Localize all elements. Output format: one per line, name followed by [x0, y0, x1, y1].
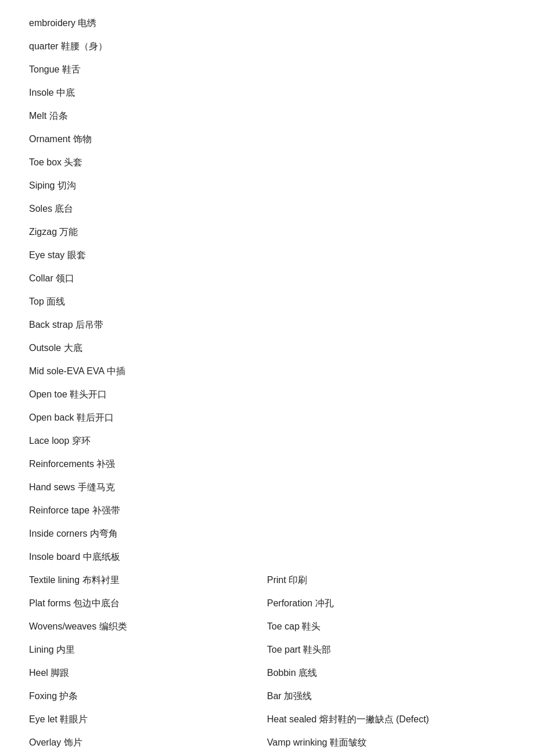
- list-item: Insole 中底: [29, 81, 505, 104]
- term-text: Textile lining 布料衬里: [29, 575, 120, 585]
- list-item: Lace loop 穿环: [29, 429, 505, 453]
- term-text: Outsole 大底: [29, 343, 82, 353]
- list-item: Heat sealed 熔封鞋的一撇缺点 (Defect): [267, 708, 505, 731]
- term-text: Tongue 鞋舌: [29, 64, 81, 74]
- list-item: Outsole 大底: [29, 337, 505, 360]
- term-text: Siping 切沟: [29, 180, 76, 190]
- list-item: Bar 加强线: [267, 685, 505, 708]
- list-item: embroidery 电绣: [29, 12, 505, 35]
- list-item: Heel 脚跟: [29, 661, 267, 685]
- term-text: Eye let 鞋眼片: [29, 714, 88, 724]
- list-item: Ornament 饰物: [29, 128, 505, 151]
- term-text: Top 面线: [29, 296, 65, 306]
- list-item: Top 面线: [29, 290, 505, 313]
- list-item: quarter 鞋腰（身）: [29, 35, 505, 58]
- list-item: Eye let 鞋眼片: [29, 708, 267, 731]
- term-text: Insole board 中底纸板: [29, 552, 120, 562]
- single-column-section: embroidery 电绣quarter 鞋腰（身）Tongue 鞋舌Insol…: [29, 12, 505, 569]
- list-item: Reinforcements 补强: [29, 453, 505, 476]
- term-text: Inside corners 内弯角: [29, 529, 118, 538]
- term-text: Back strap 后吊带: [29, 320, 103, 330]
- list-item: Reinforce tape 补强带: [29, 499, 505, 522]
- term-text: Zigzag 万能: [29, 227, 78, 237]
- list-item: Toe box 头套: [29, 151, 505, 174]
- list-item: Open back 鞋后开口: [29, 406, 505, 429]
- term-text: Wovens/weaves 编织类: [29, 621, 127, 631]
- term-text: Open back 鞋后开口: [29, 413, 114, 422]
- term-text: Bar 加强线: [267, 691, 312, 701]
- list-item: Zigzag 万能: [29, 220, 505, 244]
- term-text: Reinforcements 补强: [29, 459, 116, 469]
- list-item: Vamp wrinking 鞋面皱纹: [267, 731, 505, 754]
- term-text: Print 印刷: [267, 575, 307, 585]
- list-item: Toe cap 鞋头: [267, 615, 505, 638]
- list-item: Plat forms 包边中底台: [29, 592, 267, 615]
- list-item: Print 印刷: [267, 569, 505, 592]
- term-text: Ornament 饰物: [29, 134, 92, 144]
- two-col-left: Textile lining 布料衬里Plat forms 包边中底台Woven…: [29, 569, 267, 754]
- list-item: Mid sole-EVA EVA 中插: [29, 360, 505, 383]
- list-item: Inside corners 内弯角: [29, 522, 505, 545]
- term-text: Toe cap 鞋头: [267, 621, 320, 631]
- term-text: Collar 领口: [29, 273, 74, 283]
- term-text: Reinforce tape 补强带: [29, 505, 120, 515]
- list-item: Tongue 鞋舌: [29, 58, 505, 81]
- term-text: Plat forms 包边中底台: [29, 598, 120, 608]
- list-item: Siping 切沟: [29, 174, 505, 197]
- term-text: Foxing 护条: [29, 691, 78, 701]
- list-item: Back strap 后吊带: [29, 313, 505, 337]
- term-text: quarter 鞋腰（身）: [29, 41, 107, 51]
- term-text: Hand sews 手缝马克: [29, 482, 115, 492]
- list-item: Wovens/weaves 编织类: [29, 615, 267, 638]
- term-text: Heel 脚跟: [29, 668, 69, 678]
- list-item: Toe part 鞋头部: [267, 638, 505, 661]
- list-item: Soles 底台: [29, 197, 505, 220]
- term-text: Heat sealed 熔封鞋的一撇缺点 (Defect): [267, 714, 429, 724]
- term-text: Perforation 冲孔: [267, 598, 334, 608]
- term-text: Insole 中底: [29, 88, 75, 97]
- term-text: Overlay 饰片: [29, 737, 82, 747]
- term-text: Lining 内里: [29, 645, 75, 654]
- term-text: Lace loop 穿环: [29, 436, 91, 446]
- term-text: Open toe 鞋头开口: [29, 389, 107, 399]
- list-item: Lining 内里: [29, 638, 267, 661]
- list-item: Bobbin 底线: [267, 661, 505, 685]
- term-text: Melt 沿条: [29, 111, 68, 121]
- list-item: Eye stay 眼套: [29, 244, 505, 267]
- term-text: Soles 底台: [29, 204, 73, 214]
- list-item: Overlay 饰片: [29, 731, 267, 754]
- list-item: Open toe 鞋头开口: [29, 383, 505, 406]
- list-item: Melt 沿条: [29, 104, 505, 128]
- list-item: Hand sews 手缝马克: [29, 476, 505, 499]
- term-text: Bobbin 底线: [267, 668, 317, 678]
- term-text: Eye stay 眼套: [29, 250, 86, 260]
- two-column-section: Textile lining 布料衬里Plat forms 包边中底台Woven…: [29, 569, 505, 754]
- list-item: Insole board 中底纸板: [29, 545, 505, 569]
- term-text: Toe box 头套: [29, 157, 82, 167]
- list-item: Textile lining 布料衬里: [29, 569, 267, 592]
- term-text: embroidery 电绣: [29, 18, 96, 28]
- list-item: Perforation 冲孔: [267, 592, 505, 615]
- term-text: Mid sole-EVA EVA 中插: [29, 366, 125, 376]
- list-item: Collar 领口: [29, 267, 505, 290]
- list-item: Foxing 护条: [29, 685, 267, 708]
- term-text: Vamp wrinking 鞋面皱纹: [267, 737, 367, 747]
- page-container: embroidery 电绣quarter 鞋腰（身）Tongue 鞋舌Insol…: [29, 12, 505, 754]
- two-col-right: Print 印刷Perforation 冲孔Toe cap 鞋头Toe part…: [267, 569, 505, 754]
- term-text: Toe part 鞋头部: [267, 645, 331, 654]
